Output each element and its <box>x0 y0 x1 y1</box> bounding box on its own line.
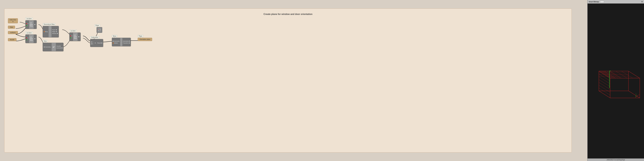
port-label-i1: i <box>28 25 28 26</box>
bitmap-close-button[interactable]: ✕ <box>641 1 643 3</box>
port-out-1 <box>34 24 35 25</box>
port-brep-label: Brep <box>45 31 48 32</box>
list-item-1-node[interactable]: N i ListIndexWrap i <box>26 20 36 29</box>
port-centroid <box>62 47 63 49</box>
plane-svg-icon <box>98 28 101 32</box>
port-geo-out <box>129 41 130 42</box>
data-label: Data <box>9 26 14 28</box>
bitmap-viewport: X Y <box>588 4 644 158</box>
svg-text:Y: Y <box>636 93 636 94</box>
list-item-1-center: ListIndexWrap <box>30 22 33 27</box>
port-result <box>101 43 102 44</box>
port-edges <box>56 31 57 32</box>
port-brep <box>44 31 45 32</box>
data-node[interactable]: Data <box>8 26 15 29</box>
facade-node[interactable]: facade <box>8 38 16 41</box>
centroid-label: Centroid <box>56 47 61 49</box>
port-N-1 <box>26 23 27 24</box>
port-label-out2: i <box>36 38 36 40</box>
port-N-2 <box>26 37 27 39</box>
move-node[interactable]: Geometry Motion Geometry Transform <box>112 38 131 46</box>
geometry-label: Geometry <box>45 46 51 48</box>
port-N-3 <box>70 35 71 37</box>
result-label: Result <box>97 42 101 44</box>
port-label-out3: i <box>80 36 80 38</box>
bitmap-toggle[interactable] <box>600 1 604 3</box>
vertices-label: Vertices <box>52 33 56 34</box>
connections-overlay <box>4 9 572 152</box>
port-label-out1: i <box>36 24 36 25</box>
bitmap-footer: (400x300) Format32bppArgb <box>588 158 644 161</box>
area-m2-label: m² <box>53 46 54 48</box>
plane-2-label: Plane <box>138 35 143 37</box>
port-i-1 <box>26 25 27 26</box>
port-B <box>91 43 92 44</box>
list-item-3-node[interactable]: N i ListIndexWrap i <box>69 33 80 41</box>
port-label-i2: i <box>28 39 28 41</box>
port-geo-move <box>112 41 114 42</box>
port-label-N2: N <box>28 37 28 39</box>
geo-out-label: Geometry <box>123 41 128 42</box>
index-floor-node[interactable]: Index floor 4 <box>8 18 18 23</box>
svg-text:X: X <box>638 94 640 95</box>
port-out-2 <box>34 38 35 39</box>
svg-line-2 <box>98 29 100 31</box>
surfaces-label: surfaces <box>9 32 16 33</box>
plane-icon-node[interactable] <box>96 27 102 33</box>
svg-rect-3 <box>588 60 644 102</box>
list-item-3-center: ListIndexWrap <box>74 35 77 39</box>
port-B-label: B <box>92 43 93 45</box>
index-floor-label: Index floor <box>9 19 16 21</box>
port-motion <box>112 43 114 44</box>
list-item-1-label: List Item <box>26 18 33 20</box>
port-geo-area <box>44 46 45 48</box>
port-motion-label: Motion <box>114 42 118 44</box>
port-faces <box>56 29 57 30</box>
list-item-2-center: ListIndexWrap <box>30 37 33 41</box>
node-group: Create plane for window and door orienta… <box>4 9 572 152</box>
deconstruct-brep-label: Deconstruct Brep <box>43 23 56 26</box>
grasshopper-canvas[interactable]: Create plane for window and door orienta… <box>0 0 587 161</box>
plane-1-label: Plane <box>94 24 100 27</box>
facade-label: facade <box>9 39 15 41</box>
area-label-tooltip: Area <box>43 40 48 42</box>
subtraction-node[interactable]: A B − Result <box>90 39 103 47</box>
3d-viewport-svg: X Y <box>588 4 644 158</box>
port-label-N1: N <box>28 23 28 25</box>
list-item-3-label: List Item <box>69 30 77 32</box>
index-floor-value: 4 <box>9 21 16 23</box>
edges-label: Edges <box>52 31 56 32</box>
deconstruct-brep-node[interactable]: Brep Faces Edges Vertices <box>43 26 59 37</box>
surfaces-node[interactable]: surfaces <box>8 31 18 34</box>
port-i-3 <box>70 37 71 38</box>
orientation-plane-label: Orientation plane <box>140 39 150 40</box>
area-out-label: Area <box>56 45 59 47</box>
move-label: Move <box>112 35 117 37</box>
port-label-i3: i <box>72 37 72 39</box>
port-geometry-move-label: Geometry <box>114 41 120 42</box>
orientation-plane-node[interactable]: Orientation plane <box>138 38 152 41</box>
area-node[interactable]: Geometry m² Area Centroid <box>43 43 64 51</box>
port-A <box>91 42 92 43</box>
faces-label: Faces <box>52 29 56 31</box>
group-title: Create plane for window and door orienta… <box>264 13 312 16</box>
transform-label: Transform <box>123 42 129 44</box>
port-vertices <box>57 33 58 34</box>
port-label-N3: N <box>72 35 72 37</box>
bitmap-header: Smart Bitmap ✕ <box>588 0 644 4</box>
port-transform <box>129 43 130 44</box>
list-item-2-node[interactable]: N i ListIndexWrap i <box>26 35 36 43</box>
port-out-3 <box>78 36 79 37</box>
bitmap-format-label: (400x300) Format32bppArgb <box>607 159 625 160</box>
smart-bitmap-panel: Smart Bitmap ✕ <box>587 0 644 161</box>
port-i-2 <box>26 39 27 40</box>
port-area-out <box>60 46 60 47</box>
minus-icon: − <box>94 42 96 44</box>
subtraction-label: Subtraction <box>90 36 100 39</box>
svg-point-1 <box>98 29 99 30</box>
bitmap-title: Smart Bitmap <box>589 1 599 3</box>
port-A-label: A <box>92 41 93 43</box>
list-item-2-label: List Item <box>26 32 33 34</box>
